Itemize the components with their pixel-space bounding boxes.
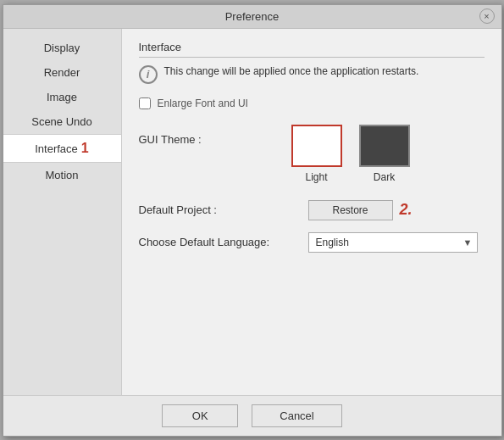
theme-dark-swatch[interactable]	[359, 125, 410, 167]
theme-light-label: Light	[305, 171, 327, 183]
sidebar-item-interface[interactable]: Interface1	[3, 134, 121, 163]
title-bar: Preference ×	[3, 5, 501, 29]
main-content: Interface i This change will be applied …	[122, 29, 501, 395]
preference-dialog: Preference × Display Render Image Scene …	[3, 4, 502, 437]
theme-options: Light Dark	[291, 125, 410, 183]
language-select-wrapper: English French German Spanish Japanese C…	[308, 232, 478, 253]
default-project-label: Default Project :	[139, 203, 308, 216]
content-area: Display Render Image Scene Undo Interfac…	[3, 29, 501, 395]
theme-dark-option[interactable]: Dark	[359, 125, 410, 183]
enlarge-font-row: Enlarge Font and UI	[139, 97, 485, 109]
default-project-row: Default Project : Restore 2.	[139, 200, 485, 220]
sidebar-item-image[interactable]: Image	[3, 85, 121, 109]
annotation-1: 1	[81, 141, 89, 155]
sidebar-item-scene-undo[interactable]: Scene Undo	[3, 109, 121, 134]
dialog-title: Preference	[225, 10, 280, 23]
sidebar-item-render[interactable]: Render	[3, 60, 121, 85]
ok-button[interactable]: OK	[162, 404, 238, 427]
sidebar: Display Render Image Scene Undo Interfac…	[3, 29, 122, 395]
choose-language-label: Choose Default Language:	[139, 236, 308, 248]
gui-theme-label: GUI Theme :	[139, 125, 291, 146]
sidebar-item-display[interactable]: Display	[3, 36, 121, 60]
info-box: i This change will be applied once the a…	[139, 64, 485, 84]
enlarge-font-label: Enlarge Font and UI	[158, 97, 248, 109]
info-icon: i	[139, 65, 158, 84]
info-text: This change will be applied once the app…	[164, 64, 419, 79]
cancel-button[interactable]: Cancel	[252, 404, 341, 427]
restore-button[interactable]: Restore	[308, 200, 393, 220]
theme-light-option[interactable]: Light	[291, 125, 342, 183]
annotation-2: 2.	[400, 201, 413, 219]
dialog-footer: OK Cancel	[3, 395, 501, 436]
enlarge-font-checkbox[interactable]	[139, 97, 151, 109]
sidebar-item-motion[interactable]: Motion	[3, 163, 121, 187]
close-button[interactable]: ×	[479, 8, 495, 24]
language-select[interactable]: English French German Spanish Japanese C…	[308, 232, 478, 253]
theme-dark-label: Dark	[374, 171, 395, 183]
choose-language-row: Choose Default Language: English French …	[139, 232, 485, 253]
gui-theme-row: GUI Theme : Light Dark	[139, 125, 485, 183]
section-title: Interface	[139, 41, 485, 58]
theme-light-swatch[interactable]	[291, 125, 342, 167]
